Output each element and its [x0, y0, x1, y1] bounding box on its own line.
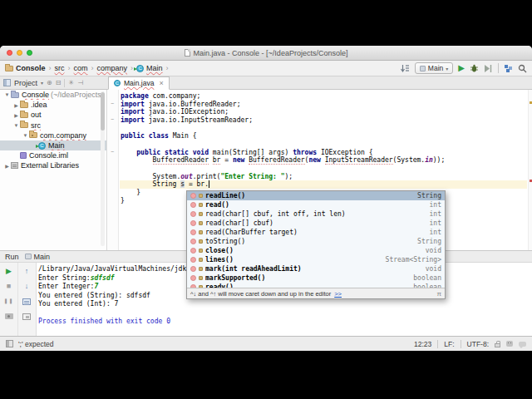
completion-item[interactable]: ready()boolean [187, 283, 445, 288]
chevron-right-icon: › [166, 64, 169, 72]
run-toolbar-col-2: ↑ ↓ [17, 263, 35, 336]
down-arrow-icon[interactable]: ↓ [22, 282, 32, 291]
restore-layout-icon[interactable] [22, 297, 32, 306]
folder-icon [20, 102, 28, 108]
close-tab-icon[interactable]: × [159, 79, 163, 87]
dump-threads-icon[interactable] [4, 312, 14, 321]
rerun-button[interactable]: ▶ [4, 267, 14, 276]
zoom-window-button[interactable] [27, 50, 32, 56]
run-toolbar-col-1: ▶ ■ ❚❚ [0, 263, 17, 336]
tree-item--idea[interactable]: ▶.idea [0, 100, 106, 110]
fold-marker-icon[interactable]: − [111, 101, 114, 106]
run-configuration-icon [420, 66, 426, 71]
tree-item-com-company[interactable]: ▼com.company [0, 131, 106, 140]
tree-arrow-icon[interactable]: ▶ [3, 163, 11, 169]
toolwindow-switcher-icon[interactable] [6, 340, 13, 347]
visibility-icon [199, 267, 203, 271]
breadcrumb-item-com[interactable]: com [74, 64, 88, 72]
console-line: Process finished with exit code 0 [38, 318, 530, 327]
breadcrumb-item-main[interactable]: Main [136, 64, 163, 72]
project-structure-icon[interactable] [504, 64, 513, 73]
breadcrumb-item-src[interactable]: src [55, 64, 65, 72]
code-line[interactable]: import java.io.BufferedReader; [121, 101, 527, 109]
tree-item-src[interactable]: ▼src [0, 121, 106, 131]
code-segment [121, 156, 153, 164]
tree-item-out[interactable]: ▶out [0, 110, 106, 120]
tree-arrow-icon[interactable]: ▼ [22, 133, 29, 138]
collapse-all-icon[interactable]: ⊟ [56, 79, 62, 86]
search-icon[interactable] [518, 64, 527, 73]
code-line[interactable]: public static void main(String[] args) t… [121, 149, 527, 157]
coverage-icon[interactable] [484, 64, 493, 73]
completion-item[interactable]: read()int [187, 200, 445, 209]
code-line[interactable]: import java.io.InputStreamReader; [121, 116, 527, 125]
tool-row: Project ▾ ⊕ ⊟ ✳ ⊣ Main.java × [0, 76, 532, 90]
locate-file-icon[interactable]: ⊕ [47, 79, 52, 86]
run-configuration-select[interactable]: Main ▾ [415, 62, 453, 74]
completion-item[interactable]: read(CharBuffer target)int [187, 228, 445, 237]
tree-item-console[interactable]: ▼Console (~/IdeaProjects/ [0, 90, 106, 100]
project-panel-title[interactable]: Project [14, 79, 37, 87]
encoding-indicator[interactable]: UTF-8: [467, 340, 489, 348]
class-icon [114, 80, 121, 86]
code-line[interactable] [121, 125, 527, 133]
code-line[interactable]: import java.io.IOException; [121, 108, 527, 116]
debug-icon[interactable] [470, 64, 479, 73]
code-line[interactable] [121, 140, 527, 149]
tree-arrow-icon[interactable]: ▼ [3, 92, 11, 97]
navigation-bar: Console›src›com›company›Main› Main ▾ ▶ [0, 61, 532, 76]
close-window-button[interactable] [7, 50, 12, 56]
up-arrow-icon[interactable]: ↑ [22, 267, 32, 276]
pause-button[interactable]: ❚❚ [4, 297, 14, 306]
tree-arrow-icon[interactable]: ▶ [12, 112, 20, 118]
code-segment: import [121, 101, 145, 108]
breadcrumb-item-company[interactable]: company [97, 64, 128, 72]
completion-hint-link[interactable]: >> [334, 290, 342, 298]
hector-inspection-icon[interactable] [506, 341, 513, 347]
event-log-bubble-icon[interactable] [519, 342, 526, 347]
pin-tab-icon[interactable] [22, 312, 32, 321]
hide-panel-icon[interactable]: ⊣ [77, 79, 83, 86]
code-line[interactable]: String s = br. [121, 180, 527, 189]
stop-button[interactable]: ■ [4, 282, 14, 291]
tree-arrow-icon[interactable]: ▼ [12, 123, 20, 128]
code-segment [121, 149, 136, 156]
code-line[interactable]: System.out.print("Enter String: "); [121, 173, 527, 181]
caret-position[interactable]: 12:23 [414, 340, 431, 348]
completion-item[interactable]: toString()String [187, 237, 445, 246]
run-tab-main[interactable]: Main [25, 253, 51, 261]
tree-item-main[interactable]: Main [0, 140, 106, 150]
fold-marker-icon[interactable]: − [111, 149, 114, 155]
completion-item[interactable]: mark(int readAheadLimit)void [187, 264, 445, 273]
breadcrumb-item-console[interactable]: Console [5, 64, 46, 72]
code-line[interactable]: public class Main { [121, 132, 527, 140]
tree-item-console-iml[interactable]: Console.iml [0, 150, 106, 160]
sort-annotations-icon[interactable] [401, 64, 410, 73]
tree-arrow-icon[interactable]: ▶ [12, 102, 20, 108]
tree-scrollbar-thumb[interactable] [101, 92, 105, 131]
completion-item[interactable]: close()void [187, 246, 445, 255]
line-separator-indicator[interactable]: LF: [444, 340, 454, 348]
tree-path-suffix: (~/IdeaProjects/ [51, 91, 103, 99]
code-line[interactable] [121, 165, 527, 173]
run-button[interactable]: ▶ [458, 64, 465, 72]
completion-item[interactable]: read(char[] cbuf)int [187, 219, 445, 228]
visibility-icon [199, 239, 203, 244]
code-line[interactable]: package com.company; [121, 92, 527, 101]
fold-marker-icon[interactable]: − [111, 116, 114, 122]
tree-item-external-libraries[interactable]: ▶External Libraries [0, 160, 106, 170]
code-line[interactable]: BufferedReader br = new BufferedReader(n… [121, 156, 527, 165]
console-line [38, 309, 530, 318]
completion-return-type: boolean [413, 274, 441, 282]
completion-item[interactable]: lines()Stream<String> [187, 255, 445, 264]
completion-item[interactable]: readLine()String [187, 191, 445, 200]
minimize-window-button[interactable] [17, 50, 22, 56]
editor-tab-main-java[interactable]: Main.java × [108, 76, 170, 90]
completion-return-type: void [426, 247, 441, 254]
completion-item[interactable]: read(char[] cbuf, int off, int len)int [187, 209, 445, 219]
completion-item[interactable]: markSupported()boolean [187, 273, 445, 283]
chevron-down-icon[interactable]: ▾ [41, 80, 43, 86]
lock-icon[interactable] [495, 343, 500, 347]
relevance-sort-icon[interactable]: π [436, 290, 441, 298]
gear-icon[interactable]: ✳ [68, 79, 74, 86]
